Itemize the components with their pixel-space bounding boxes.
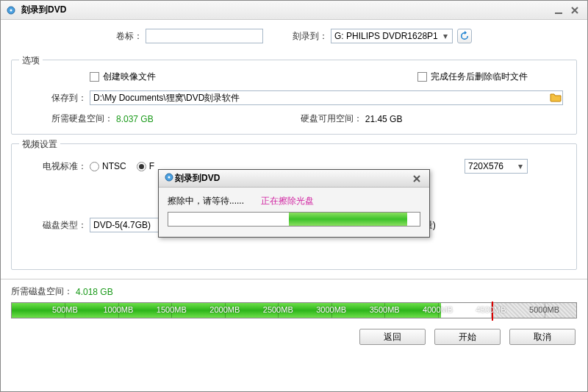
ntsc-label: NTSC (102, 161, 126, 171)
options-group: 选项 创建映像文件 完成任务后删除临时文件 保存到： 所需硬盘空间： 8.037… (11, 60, 577, 135)
options-legend: 选项 (19, 54, 43, 67)
resolution-value: 720X576 (468, 161, 503, 171)
save-to-input[interactable] (90, 90, 563, 105)
start-button[interactable]: 开始 (434, 329, 501, 345)
disk-usage-value: 4.018 GB (76, 287, 113, 297)
resolution-select[interactable]: 720X576 ▾ (465, 159, 528, 174)
modal-status: 擦除中，请等待...... 正在擦除光盘 (168, 195, 420, 207)
cancel-button[interactable]: 取消 (509, 329, 576, 345)
disk-usage-section: 所需磁盘空间： 4.018 GB 500MB1000MB1500MB2000MB… (1, 279, 587, 318)
drive-select[interactable]: G: PHILIPS DVDR1628P1 ▾ (331, 29, 453, 43)
app-icon (5, 5, 17, 15)
video-legend: 视频设置 (19, 138, 60, 151)
delete-temp-checkbox[interactable] (417, 72, 427, 82)
chevron-down-icon: ▾ (515, 161, 526, 171)
save-to-label: 保存到： (51, 92, 90, 104)
cancel-label: 取消 (534, 331, 551, 343)
disk-avail-label: 硬盘可用空间： (301, 113, 362, 125)
window-title: 刻录到DVD (21, 4, 551, 16)
browse-folder-button[interactable] (550, 92, 562, 104)
pal-label: F (149, 161, 154, 171)
tick-label: 1000MB (103, 305, 133, 314)
tick-label: 4000MB (423, 305, 453, 314)
svg-point-4 (168, 177, 171, 179)
modal-status-prefix: 擦除中，请等待...... (168, 196, 244, 206)
refresh-button[interactable] (457, 29, 472, 43)
volume-input[interactable] (146, 29, 263, 43)
modal-titlebar: 刻录到DVD (159, 170, 429, 188)
create-image-checkbox[interactable] (90, 72, 99, 82)
tick-label: 3500MB (370, 305, 400, 314)
tick-label: 500MB (52, 305, 78, 314)
disk-usage-label: 所需磁盘空间： (11, 285, 73, 298)
modal-status-message: 正在擦除光盘 (261, 196, 314, 206)
titlebar: 刻录到DVD (1, 1, 587, 20)
disk-avail-value: 21.45 GB (365, 114, 403, 124)
svg-rect-2 (555, 13, 562, 14)
start-label: 开始 (459, 331, 476, 343)
delete-temp-label: 完成任务后删除临时文件 (431, 71, 528, 83)
disk-needed-value: 8.037 GB (116, 114, 154, 124)
drive-selected-value: G: PHILIPS DVDR1628P1 (334, 31, 438, 41)
pal-radio[interactable] (137, 162, 146, 171)
disk-needed-label: 所需硬盘空间： (51, 113, 113, 125)
volume-label: 卷标： (116, 30, 143, 43)
modal-title: 刻录到DVD (175, 172, 409, 185)
tick-label: 4500MB (476, 305, 506, 314)
erase-modal: 刻录到DVD 擦除中，请等待...... 正在擦除光盘 (158, 169, 430, 238)
tick-label: 3000MB (316, 305, 346, 314)
create-image-label: 创建映像文件 (103, 71, 156, 83)
disk-ticks: 500MB1000MB1500MB2000MB2500MB3000MB3500M… (12, 303, 576, 318)
disk-type-label: 磁盘类型： (43, 219, 90, 232)
tick-label: 5000MB (529, 305, 559, 314)
back-button[interactable]: 返回 (359, 329, 426, 345)
modal-progress (168, 212, 420, 227)
svg-point-1 (10, 9, 12, 11)
back-label: 返回 (384, 331, 401, 343)
modal-close-button[interactable] (409, 172, 425, 185)
ntsc-radio[interactable] (90, 162, 99, 171)
tick-label: 1500MB (157, 305, 187, 314)
app-icon (163, 172, 175, 185)
tick-label: 2000MB (209, 305, 240, 314)
tick-label: 2500MB (263, 305, 293, 314)
close-button[interactable] (567, 4, 583, 17)
minimize-button[interactable] (551, 4, 567, 17)
modal-progress-fill (289, 213, 407, 226)
disk-usage-bar: 500MB1000MB1500MB2000MB2500MB3000MB3500M… (11, 302, 577, 318)
tv-standard-label: 电视标准： (43, 160, 90, 173)
disk-type-value: DVD-5(4.7GB) (93, 220, 151, 230)
chevron-down-icon: ▾ (440, 31, 451, 41)
button-bar: 返回 开始 取消 (1, 318, 587, 355)
burn-to-label: 刻录到： (293, 30, 328, 43)
